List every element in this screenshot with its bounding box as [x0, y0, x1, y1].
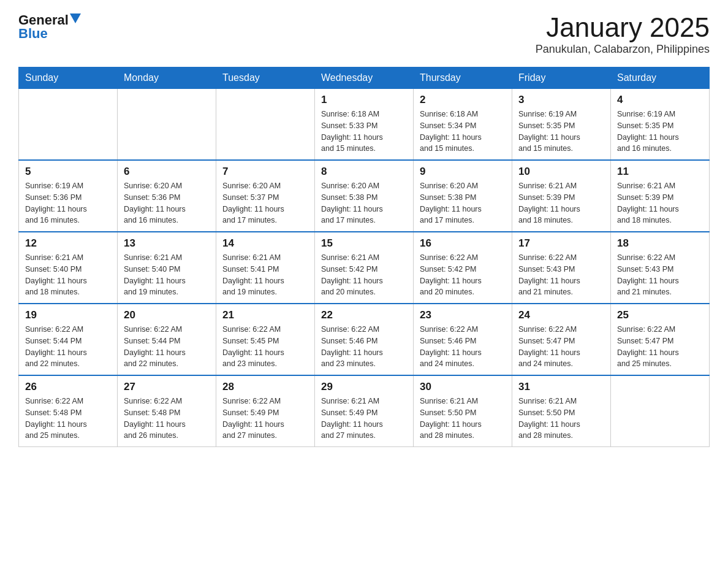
calendar-cell: 16Sunrise: 6:22 AM Sunset: 5:42 PM Dayli…: [414, 232, 512, 304]
week-row-4: 19Sunrise: 6:22 AM Sunset: 5:44 PM Dayli…: [19, 304, 710, 375]
calendar-cell: 21Sunrise: 6:22 AM Sunset: 5:45 PM Dayli…: [216, 304, 315, 375]
day-info: Sunrise: 6:22 AM Sunset: 5:48 PM Dayligh…: [25, 396, 111, 442]
day-info: Sunrise: 6:21 AM Sunset: 5:39 PM Dayligh…: [617, 180, 703, 226]
calendar-subtitle: Panukulan, Calabarzon, Philippines: [536, 43, 710, 56]
day-number: 19: [25, 309, 111, 321]
col-saturday: Saturday: [611, 67, 710, 89]
day-info: Sunrise: 6:19 AM Sunset: 5:35 PM Dayligh…: [518, 109, 604, 155]
calendar-cell: 12Sunrise: 6:21 AM Sunset: 5:40 PM Dayli…: [19, 232, 118, 304]
day-info: Sunrise: 6:21 AM Sunset: 5:41 PM Dayligh…: [222, 252, 308, 298]
day-number: 16: [420, 237, 506, 250]
day-info: Sunrise: 6:21 AM Sunset: 5:40 PM Dayligh…: [25, 252, 111, 298]
day-info: Sunrise: 6:20 AM Sunset: 5:37 PM Dayligh…: [222, 180, 308, 226]
calendar-cell: 11Sunrise: 6:21 AM Sunset: 5:39 PM Dayli…: [611, 160, 710, 232]
day-info: Sunrise: 6:22 AM Sunset: 5:47 PM Dayligh…: [518, 324, 604, 370]
col-tuesday: Tuesday: [216, 67, 315, 89]
calendar-cell: 14Sunrise: 6:21 AM Sunset: 5:41 PM Dayli…: [216, 232, 315, 304]
day-info: Sunrise: 6:21 AM Sunset: 5:50 PM Dayligh…: [420, 396, 506, 442]
day-info: Sunrise: 6:22 AM Sunset: 5:46 PM Dayligh…: [420, 324, 506, 370]
day-info: Sunrise: 6:21 AM Sunset: 5:50 PM Dayligh…: [518, 396, 604, 442]
day-number: 17: [518, 237, 604, 250]
calendar-cell: 10Sunrise: 6:21 AM Sunset: 5:39 PM Dayli…: [512, 160, 611, 232]
svg-marker-0: [70, 13, 81, 23]
week-row-2: 5Sunrise: 6:19 AM Sunset: 5:36 PM Daylig…: [19, 160, 710, 232]
calendar-cell: 5Sunrise: 6:19 AM Sunset: 5:36 PM Daylig…: [19, 160, 118, 232]
day-number: 2: [420, 94, 506, 106]
header-row: Sunday Monday Tuesday Wednesday Thursday…: [19, 67, 710, 89]
calendar-cell: 20Sunrise: 6:22 AM Sunset: 5:44 PM Dayli…: [118, 304, 216, 375]
calendar-cell: 15Sunrise: 6:21 AM Sunset: 5:42 PM Dayli…: [315, 232, 414, 304]
calendar-cell: 8Sunrise: 6:20 AM Sunset: 5:38 PM Daylig…: [315, 160, 414, 232]
calendar-cell: 17Sunrise: 6:22 AM Sunset: 5:43 PM Dayli…: [512, 232, 611, 304]
calendar-title: January 2025: [536, 12, 710, 43]
calendar-cell: 1Sunrise: 6:18 AM Sunset: 5:33 PM Daylig…: [315, 89, 414, 161]
day-number: 12: [25, 237, 111, 250]
calendar-cell: 3Sunrise: 6:19 AM Sunset: 5:35 PM Daylig…: [512, 89, 611, 161]
day-info: Sunrise: 6:22 AM Sunset: 5:44 PM Dayligh…: [124, 324, 210, 370]
calendar-table: Sunday Monday Tuesday Wednesday Thursday…: [18, 67, 710, 447]
day-number: 23: [420, 309, 506, 321]
col-friday: Friday: [512, 67, 611, 89]
day-number: 6: [124, 166, 210, 178]
day-info: Sunrise: 6:22 AM Sunset: 5:46 PM Dayligh…: [321, 324, 407, 370]
logo-triangle-icon: [70, 13, 81, 25]
day-number: 11: [617, 166, 703, 178]
day-number: 20: [124, 309, 210, 321]
day-number: 29: [321, 381, 407, 393]
calendar-cell: [216, 89, 315, 161]
day-info: Sunrise: 6:18 AM Sunset: 5:34 PM Dayligh…: [420, 109, 506, 155]
day-info: Sunrise: 6:21 AM Sunset: 5:42 PM Dayligh…: [321, 252, 407, 298]
day-number: 28: [222, 381, 308, 393]
day-info: Sunrise: 6:22 AM Sunset: 5:43 PM Dayligh…: [617, 252, 703, 298]
day-info: Sunrise: 6:18 AM Sunset: 5:33 PM Dayligh…: [321, 109, 407, 155]
day-number: 7: [222, 166, 308, 178]
calendar-cell: 7Sunrise: 6:20 AM Sunset: 5:37 PM Daylig…: [216, 160, 315, 232]
day-info: Sunrise: 6:22 AM Sunset: 5:47 PM Dayligh…: [617, 324, 703, 370]
day-info: Sunrise: 6:20 AM Sunset: 5:38 PM Dayligh…: [321, 180, 407, 226]
day-info: Sunrise: 6:21 AM Sunset: 5:39 PM Dayligh…: [518, 180, 604, 226]
day-info: Sunrise: 6:21 AM Sunset: 5:40 PM Dayligh…: [124, 252, 210, 298]
title-area: January 2025 Panukulan, Calabarzon, Phil…: [536, 12, 710, 56]
day-number: 24: [518, 309, 604, 321]
day-number: 27: [124, 381, 210, 393]
day-info: Sunrise: 6:22 AM Sunset: 5:44 PM Dayligh…: [25, 324, 111, 370]
day-info: Sunrise: 6:22 AM Sunset: 5:49 PM Dayligh…: [222, 396, 308, 442]
week-row-5: 26Sunrise: 6:22 AM Sunset: 5:48 PM Dayli…: [19, 375, 710, 447]
day-number: 1: [321, 94, 407, 106]
day-number: 4: [617, 94, 703, 106]
day-info: Sunrise: 6:21 AM Sunset: 5:49 PM Dayligh…: [321, 396, 407, 442]
day-number: 15: [321, 237, 407, 250]
day-number: 30: [420, 381, 506, 393]
page-header: General Blue January 2025 Panukulan, Cal…: [18, 12, 710, 56]
day-info: Sunrise: 6:22 AM Sunset: 5:43 PM Dayligh…: [518, 252, 604, 298]
day-number: 3: [518, 94, 604, 106]
day-number: 22: [321, 309, 407, 321]
calendar-cell: [118, 89, 216, 161]
calendar-cell: 19Sunrise: 6:22 AM Sunset: 5:44 PM Dayli…: [19, 304, 118, 375]
calendar-cell: 30Sunrise: 6:21 AM Sunset: 5:50 PM Dayli…: [414, 375, 512, 447]
calendar-cell: 29Sunrise: 6:21 AM Sunset: 5:49 PM Dayli…: [315, 375, 414, 447]
col-wednesday: Wednesday: [315, 67, 414, 89]
calendar-cell: 2Sunrise: 6:18 AM Sunset: 5:34 PM Daylig…: [414, 89, 512, 161]
day-number: 14: [222, 237, 308, 250]
calendar-cell: 9Sunrise: 6:20 AM Sunset: 5:38 PM Daylig…: [414, 160, 512, 232]
calendar-cell: 27Sunrise: 6:22 AM Sunset: 5:48 PM Dayli…: [118, 375, 216, 447]
day-number: 10: [518, 166, 604, 178]
calendar-cell: 23Sunrise: 6:22 AM Sunset: 5:46 PM Dayli…: [414, 304, 512, 375]
day-info: Sunrise: 6:20 AM Sunset: 5:38 PM Dayligh…: [420, 180, 506, 226]
day-number: 8: [321, 166, 407, 178]
day-number: 9: [420, 166, 506, 178]
logo-blue: Blue: [18, 26, 81, 42]
calendar-cell: 26Sunrise: 6:22 AM Sunset: 5:48 PM Dayli…: [19, 375, 118, 447]
day-number: 21: [222, 309, 308, 321]
calendar-cell: 24Sunrise: 6:22 AM Sunset: 5:47 PM Dayli…: [512, 304, 611, 375]
day-number: 18: [617, 237, 703, 250]
week-row-3: 12Sunrise: 6:21 AM Sunset: 5:40 PM Dayli…: [19, 232, 710, 304]
col-sunday: Sunday: [19, 67, 118, 89]
calendar-cell: 22Sunrise: 6:22 AM Sunset: 5:46 PM Dayli…: [315, 304, 414, 375]
day-number: 31: [518, 381, 604, 393]
logo[interactable]: General Blue: [18, 12, 81, 42]
calendar-cell: 18Sunrise: 6:22 AM Sunset: 5:43 PM Dayli…: [611, 232, 710, 304]
calendar-cell: [611, 375, 710, 447]
calendar-cell: 6Sunrise: 6:20 AM Sunset: 5:36 PM Daylig…: [118, 160, 216, 232]
